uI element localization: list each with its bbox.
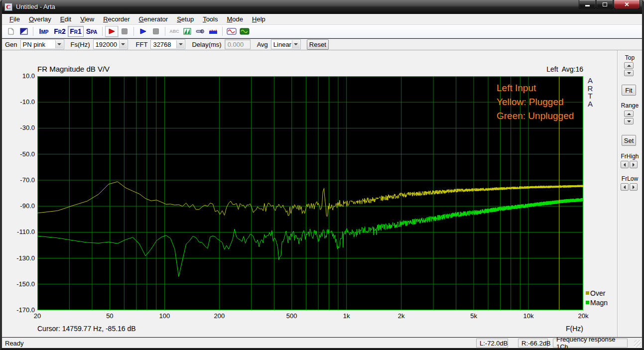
right-arrow-icon bbox=[633, 185, 635, 189]
x-tick-label: 10k bbox=[518, 312, 538, 320]
restore-icon bbox=[603, 2, 607, 6]
frlow-right-button[interactable] bbox=[630, 183, 638, 191]
top-down-button[interactable] bbox=[624, 70, 634, 76]
new-file-button[interactable] bbox=[4, 26, 17, 37]
record-stop-button[interactable] bbox=[118, 26, 131, 37]
green-triangles-icon bbox=[183, 27, 191, 35]
calibrate-button[interactable]: ABC bbox=[168, 26, 181, 37]
green-scope-icon bbox=[240, 27, 250, 35]
cursor-readout: Cursor: 14759.77 Hz, -85.16 dB bbox=[37, 325, 136, 333]
y-tick-label: -130.0 bbox=[3, 254, 35, 262]
frhigh-left-button[interactable] bbox=[621, 161, 629, 168]
menu-file[interactable]: File bbox=[5, 14, 24, 24]
menu-edit[interactable]: Edit bbox=[56, 14, 76, 24]
dropdown-button[interactable] bbox=[119, 40, 127, 48]
fft-label: FFT bbox=[136, 41, 148, 48]
dropdown-button[interactable] bbox=[292, 40, 300, 48]
menu-setup[interactable]: Setup bbox=[172, 14, 198, 24]
menu-help[interactable]: Help bbox=[248, 14, 270, 24]
range-down-button[interactable] bbox=[624, 118, 634, 124]
fs-value: 192000 bbox=[96, 41, 117, 48]
left-arrow-icon bbox=[624, 185, 626, 189]
avg-select[interactable]: Linear bbox=[271, 39, 301, 49]
menu-tools[interactable]: Tools bbox=[198, 14, 222, 24]
plot-legend: OverMagn bbox=[586, 288, 608, 307]
gen-value: PN pink bbox=[23, 41, 46, 48]
gen-select[interactable]: PN pink bbox=[20, 39, 64, 49]
fft-select[interactable]: 32768 bbox=[150, 39, 185, 49]
toolbar-separator bbox=[165, 27, 165, 36]
range-label: Range bbox=[618, 102, 642, 109]
title-bar[interactable]: C Untitled - Arta ✕ bbox=[0, 0, 644, 14]
set-button[interactable]: Set bbox=[622, 135, 636, 146]
right-arrow-icon bbox=[633, 163, 635, 167]
frlow-left-button[interactable] bbox=[621, 183, 629, 191]
resize-grip[interactable] bbox=[634, 340, 641, 347]
spa-mode-button[interactable]: Spa bbox=[84, 26, 100, 37]
scaling-button[interactable] bbox=[181, 26, 194, 37]
signal-wave-button[interactable] bbox=[207, 26, 220, 37]
left-arrow-icon bbox=[624, 163, 626, 167]
fit-button[interactable]: Fit bbox=[622, 85, 636, 96]
restore-button[interactable] bbox=[596, 0, 613, 9]
left-level-pane: L:-72.0dB bbox=[476, 339, 508, 348]
toolbar-separator bbox=[102, 27, 103, 36]
signal-scope-button[interactable] bbox=[238, 26, 251, 37]
reset-button[interactable]: Reset bbox=[307, 39, 329, 50]
annotation-line: Green: Unplugged bbox=[497, 109, 574, 123]
y-tick-label: -150.0 bbox=[3, 280, 35, 288]
menu-generator[interactable]: Generator bbox=[134, 14, 173, 24]
legend-swatch-icon bbox=[586, 301, 589, 304]
sine-generator-button[interactable] bbox=[225, 26, 238, 37]
menu-view[interactable]: View bbox=[76, 14, 99, 24]
plot-control-panel: Top Fit Range Set FrHigh FrLow bbox=[617, 50, 642, 337]
avg-value: Linear bbox=[273, 41, 291, 48]
window-title: Untitled - Arta bbox=[16, 3, 55, 10]
dropdown-button[interactable] bbox=[55, 40, 63, 48]
dropdown-button[interactable] bbox=[176, 40, 184, 48]
toolbar-separator bbox=[33, 27, 33, 36]
menu-overlay[interactable]: Overlay bbox=[24, 14, 56, 24]
frhigh-arrows bbox=[621, 161, 639, 168]
record-start-button[interactable] bbox=[105, 26, 118, 37]
generator-start-button[interactable] bbox=[136, 26, 149, 37]
fr1-mode-button[interactable]: Fr1 bbox=[68, 26, 84, 37]
x-tick-label: 200 bbox=[209, 312, 229, 320]
gen-label: Gen bbox=[5, 41, 17, 48]
up-arrow-icon bbox=[627, 65, 631, 67]
imp-mode-button[interactable]: Imp bbox=[36, 26, 52, 37]
delay-value: 0.000 bbox=[228, 41, 244, 48]
frhigh-label: FrHigh bbox=[618, 153, 642, 160]
top-label: Top bbox=[618, 54, 642, 61]
minimize-button[interactable] bbox=[579, 0, 596, 9]
range-up-button[interactable] bbox=[624, 111, 634, 117]
y-tick-label: 10.0 bbox=[3, 72, 35, 80]
x-tick-label: 100 bbox=[154, 312, 174, 320]
menu-bar: FileOverlayEditViewRecorderGeneratorSetu… bbox=[2, 14, 642, 25]
overlay-tool-button[interactable] bbox=[17, 26, 30, 37]
menu-recorder[interactable]: Recorder bbox=[99, 14, 134, 24]
menu-mode[interactable]: Mode bbox=[223, 14, 248, 24]
range-spinner bbox=[624, 111, 634, 124]
annotation-line: Yellow: Plugged bbox=[497, 95, 574, 109]
microphone-button[interactable] bbox=[194, 26, 207, 37]
stop-icon bbox=[122, 28, 128, 34]
top-up-button[interactable] bbox=[624, 62, 634, 69]
close-button[interactable]: ✕ bbox=[614, 0, 640, 9]
frlow-arrows bbox=[621, 183, 639, 191]
generator-stop-button[interactable] bbox=[149, 26, 162, 37]
chevron-down-icon bbox=[57, 43, 61, 45]
sine-wave-icon bbox=[227, 27, 237, 35]
channel-avg-info: Left Avg:16 bbox=[484, 65, 583, 73]
close-icon: ✕ bbox=[624, 1, 629, 7]
y-tick-label: -110.0 bbox=[3, 228, 35, 235]
frhigh-right-button[interactable] bbox=[630, 161, 638, 168]
fs-select[interactable]: 192000 bbox=[93, 39, 128, 49]
mode-pane: Frequency response 1Ch bbox=[553, 339, 628, 348]
x-tick-label: 1k bbox=[337, 312, 357, 320]
delay-input[interactable]: 0.000 bbox=[225, 39, 251, 49]
y-tick-label: -70.0 bbox=[3, 176, 35, 184]
plot-title: FR Magnitude dB V/V bbox=[37, 65, 110, 73]
fr2-mode-button[interactable]: Fr2 bbox=[52, 26, 68, 37]
toolbar-separator bbox=[133, 27, 134, 36]
